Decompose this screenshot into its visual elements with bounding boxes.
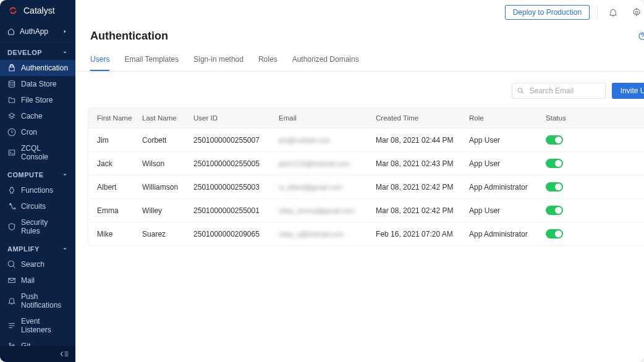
brand-name: Catalyst <box>23 6 55 15</box>
sidebar-item-circuits[interactable]: Circuits <box>0 198 75 214</box>
cell-user-id: 2501000000255003 <box>193 183 279 192</box>
cell-first-name: Jack <box>97 159 142 168</box>
sidebar-item-zcql-console[interactable]: ZCQL Console <box>0 140 75 165</box>
col-last-name: Last Name <box>142 114 193 122</box>
col-created: Created Time <box>376 114 469 122</box>
tab-authorized-domains[interactable]: Authorized Domains <box>292 50 359 71</box>
data-store-icon <box>7 80 16 88</box>
col-email: Email <box>279 114 376 122</box>
cell-first-name: Emma <box>97 206 142 215</box>
svg-point-0 <box>635 11 638 14</box>
section-develop[interactable]: DEVELOP <box>0 43 75 60</box>
tab-roles[interactable]: Roles <box>258 50 278 71</box>
sidebar-item-security-rules[interactable]: Security Rules <box>0 214 75 239</box>
cell-email: jack1215@hotmail.com <box>279 160 376 167</box>
cell-email: mike_s@hotmail.com <box>279 230 376 238</box>
cell-status <box>546 182 644 192</box>
settings-button[interactable] <box>629 4 644 20</box>
sidebar-item-label: Search <box>21 260 44 269</box>
col-status: Status <box>546 114 644 122</box>
table-row[interactable]: EmmaWilley2501000000255001wiley_emma@gma… <box>88 198 644 222</box>
cell-status <box>546 206 644 215</box>
cell-first-name: Albert <box>97 183 142 192</box>
chevron-down-icon <box>62 246 68 252</box>
cell-role: App User <box>469 159 546 168</box>
sidebar-item-label: Event Listeners <box>21 317 68 334</box>
users-table: First Name Last Name User ID Email Creat… <box>88 107 644 246</box>
functions-icon <box>7 186 16 195</box>
status-toggle[interactable] <box>546 135 563 145</box>
cell-role: App User <box>469 206 546 215</box>
status-toggle[interactable] <box>546 159 563 168</box>
sidebar-item-label: ZCQL Console <box>21 144 68 161</box>
collapse-sidebar-button[interactable] <box>0 346 75 362</box>
status-toggle[interactable] <box>546 206 563 215</box>
invite-user-button[interactable]: Invite User <box>612 83 644 99</box>
help-icon <box>638 32 644 40</box>
tab-users[interactable]: Users <box>90 50 109 71</box>
deploy-button[interactable]: Deploy to Production <box>505 5 590 20</box>
sidebar-item-label: Security Rules <box>21 218 68 235</box>
tabs: UsersEmail TemplatesSign-in methodRolesA… <box>75 50 644 72</box>
cell-created: Mar 08, 2021 02:42 PM <box>376 206 469 215</box>
cell-role: App Administrator <box>469 230 546 238</box>
help-link[interactable]: Help <box>638 32 644 41</box>
sidebar-item-push-notifications[interactable]: Push Notifications <box>0 288 75 313</box>
sidebar-item-event-listeners[interactable]: Event Listeners <box>0 313 75 338</box>
sidebar-item-file-store[interactable]: File Store <box>0 92 75 108</box>
brand[interactable]: Catalyst <box>0 0 75 21</box>
status-toggle[interactable] <box>546 182 563 192</box>
cell-user-id: 2501000000255001 <box>193 206 279 215</box>
col-role: Role <box>469 114 546 122</box>
sidebar: Catalyst AuthApp DEVELOPAuthenticationDa… <box>0 0 75 362</box>
sidebar-item-data-store[interactable]: Data Store <box>0 76 75 92</box>
cell-user-id: 2501000000255005 <box>193 159 279 168</box>
sidebar-item-cron[interactable]: Cron <box>0 124 75 140</box>
main: Deploy to Production Authentication Help… <box>75 0 644 362</box>
sidebar-item-label: Push Notifications <box>21 292 68 309</box>
notifications-button[interactable] <box>605 4 621 20</box>
table-row[interactable]: MikeSuarez2501000000209065mike_s@hotmail… <box>88 222 644 245</box>
tab-email-templates[interactable]: Email Templates <box>124 50 179 71</box>
sidebar-item-authentication[interactable]: Authentication <box>0 60 75 76</box>
table-row[interactable]: JackWilson2501000000255005jack1215@hotma… <box>88 151 644 175</box>
search-icon <box>7 260 16 269</box>
mail-icon <box>7 276 16 285</box>
page-title: Authentication <box>90 30 168 43</box>
table-row[interactable]: JimCorbett2501000000255007jim@corbett.co… <box>88 128 644 151</box>
git-icon <box>7 342 16 346</box>
sidebar-item-cache[interactable]: Cache <box>0 108 75 124</box>
status-toggle[interactable] <box>546 229 563 238</box>
chevron-down-icon <box>62 49 68 56</box>
cell-last-name: Williamson <box>142 183 193 192</box>
cell-role: App User <box>469 136 546 145</box>
sidebar-item-functions[interactable]: Functions <box>0 182 75 198</box>
cell-user-id: 2501000000255007 <box>193 136 279 145</box>
authentication-icon <box>7 64 16 72</box>
zcql-console-icon <box>7 148 16 157</box>
cell-first-name: Jim <box>97 136 142 145</box>
sidebar-item-search[interactable]: Search <box>0 256 75 272</box>
cell-email: jim@corbett.com <box>279 137 376 144</box>
app-selector[interactable]: AuthApp <box>0 21 75 43</box>
cache-icon <box>7 112 16 120</box>
section-amplify[interactable]: AMPLIFY <box>0 239 75 256</box>
tab-signin-method[interactable]: Sign-in method <box>193 50 244 71</box>
sidebar-item-label: Mail <box>21 276 35 285</box>
event-listeners-icon <box>7 321 16 330</box>
sidebar-item-label: Authentication <box>21 64 68 72</box>
sidebar-item-mail[interactable]: Mail <box>0 272 75 288</box>
cell-email: wiley_emma@gmail.com <box>279 207 376 214</box>
divider <box>597 5 598 20</box>
cell-status <box>546 135 644 145</box>
file-store-icon <box>7 96 16 104</box>
search-input[interactable] <box>512 83 606 99</box>
search-wrap <box>512 83 606 99</box>
section-compute[interactable]: COMPUTE <box>0 165 75 182</box>
cron-icon <box>7 128 16 137</box>
table-row[interactable]: AlbertWilliamson2501000000255003w_albert… <box>88 175 644 198</box>
sidebar-item-git[interactable]: Git <box>0 338 75 346</box>
sidebar-item-label: Cache <box>21 112 43 120</box>
cell-email: w_albert@gmail.com <box>279 183 376 191</box>
cell-created: Mar 08, 2021 02:44 PM <box>376 136 469 145</box>
